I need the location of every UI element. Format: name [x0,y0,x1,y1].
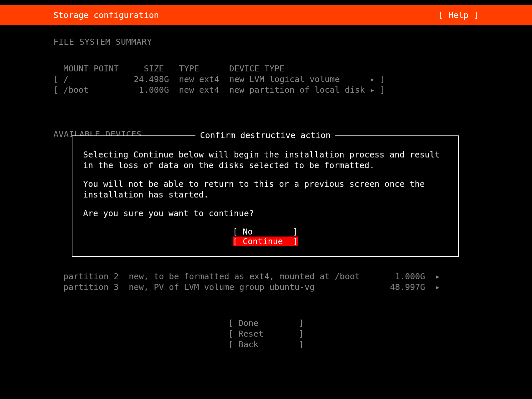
continue-button[interactable]: [ Continue ] [233,237,298,246]
footer-buttons: [ Done ] [ Reset ] [ Back ] [228,307,304,361]
dialog-text: Selecting Continue below will begin the … [83,149,448,171]
partition-list: partition 2 new, to be formatted as ext4… [63,261,492,303]
chevron-right-icon[interactable]: ▸ [370,74,375,84]
fs-summary-heading: FILE SYSTEM SUMMARY [53,37,479,47]
back-button[interactable]: [ Back ] [228,340,304,349]
fs-table-header: MOUNT POINT SIZE TYPE DEVICE TYPE [53,64,284,73]
confirm-dialog: Confirm destructive action Selecting Con… [72,135,459,257]
fs-row[interactable]: [ /boot 1.000G new ext4 new partition of… [53,85,385,95]
no-button[interactable]: [ No ] [233,227,298,237]
fs-row[interactable]: [ / 24.498G new ext4 new LVM logical vol… [53,74,385,84]
help-button[interactable]: [ Help ] [439,10,479,20]
fs-table: MOUNT POINT SIZE TYPE DEVICE TYPE [ / 24… [53,53,479,106]
chevron-right-icon[interactable]: ▸ [435,282,440,292]
chevron-right-icon[interactable]: ▸ [435,272,440,281]
partition-row[interactable]: partition 3 new, PV of LVM volume group … [63,282,440,292]
page-title: Storage configuration [53,10,439,20]
dialog-text: Are you sure you want to continue? [83,208,448,219]
dialog-title: Confirm destructive action [195,130,335,140]
reset-button[interactable]: [ Reset ] [228,329,304,339]
partition-row[interactable]: partition 2 new, to be formatted as ext4… [63,272,440,281]
done-button[interactable]: [ Done ] [228,318,304,328]
header-bar: Storage configuration [ Help ] [0,5,532,25]
dialog-text: You will not be able to return to this o… [83,179,448,200]
chevron-right-icon[interactable]: ▸ [370,85,375,95]
